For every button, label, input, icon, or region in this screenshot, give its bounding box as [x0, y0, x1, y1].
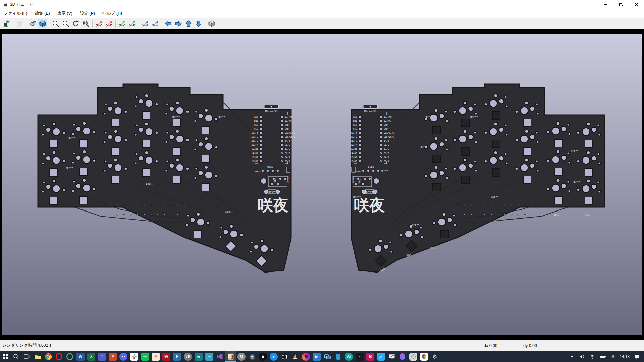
render-time-status: レンダリング時間 4.602 s	[0, 340, 481, 351]
pan-right-button[interactable]	[174, 19, 183, 28]
rotate-z-ccw-button[interactable]: Z	[151, 19, 160, 28]
menu-file[interactable]: ファイル (F)	[0, 9, 31, 18]
minimize-button[interactable]	[598, 0, 613, 9]
reload-board-button[interactable]	[2, 19, 11, 28]
render-options-button[interactable]: ⚙	[28, 19, 37, 28]
taskbar-search-icon[interactable]	[11, 351, 21, 362]
3d-viewport[interactable]: MicroUSBRAWD3/TX0GNDD2/RX1RSTGNDVCCGNDA3…	[0, 29, 644, 340]
redraw-button[interactable]	[71, 19, 80, 28]
taskbar-screen-mirror-icon[interactable]	[322, 351, 333, 362]
svg-text:SDA/D1/2: SDA/D1/2	[384, 132, 394, 134]
svg-text:SCL/D0/3: SCL/D0/3	[384, 136, 394, 138]
taskbar-pen-tool-icon[interactable]	[376, 351, 386, 362]
svg-text:E6/7: E6/7	[285, 152, 290, 155]
taskbar-start-icon[interactable]	[0, 351, 11, 362]
orthographic-toggle-button[interactable]	[207, 19, 216, 28]
taskbar-fusion-360-icon[interactable]: F	[150, 351, 161, 362]
taskbar-f-cad-tool-icon[interactable]: F	[172, 351, 182, 362]
toolbar-separator	[162, 20, 162, 28]
taskbar-inkscape-icon[interactable]	[258, 351, 268, 362]
zoom-fit-button[interactable]	[81, 19, 91, 28]
raytracing-toggle-button[interactable]	[38, 19, 47, 28]
svg-text:15/B1: 15/B1	[251, 148, 258, 150]
svg-text:16/B2: 16/B2	[350, 156, 357, 159]
zoom-out-button[interactable]	[61, 19, 70, 28]
taskbar-word-icon[interactable]: W	[75, 351, 86, 362]
pan-down-button[interactable]	[194, 19, 203, 28]
svg-text:D3/TX0: D3/TX0	[384, 116, 392, 118]
taskbar-excel-icon[interactable]: X	[86, 351, 97, 362]
rotate-z-cw-button[interactable]: Z	[141, 19, 150, 28]
rotate-y-cw-button[interactable]: Y	[127, 19, 137, 28]
taskbar-paint-net-icon[interactable]	[419, 351, 429, 362]
status-bar: レンダリング時間 4.602 s dx 0.00 dy 0.00	[0, 340, 644, 351]
battery-icon[interactable]	[597, 351, 609, 362]
taskbar-settings-icon[interactable]: ⚙	[429, 351, 440, 362]
taskbar-slack-icon[interactable]	[129, 351, 140, 362]
svg-text:10/B6: 10/B6	[350, 160, 357, 163]
taskbar-blender-icon[interactable]	[247, 351, 258, 362]
svg-text:REF**: REF**	[425, 115, 432, 118]
copy-image-button[interactable]	[15, 19, 24, 28]
toolbar-separator	[139, 20, 139, 28]
taskbar-file-explorer-icon[interactable]	[32, 351, 43, 362]
svg-text:Z: Z	[146, 20, 148, 23]
ime-indicator[interactable]: A	[609, 351, 617, 362]
taskbar-vlc-icon[interactable]	[290, 351, 301, 362]
rotate-y-ccw-button[interactable]: Y	[117, 19, 127, 28]
taskbar-task-view-icon[interactable]	[21, 351, 32, 362]
taskbar-solidworks-icon[interactable]: SW2020	[161, 351, 172, 362]
taskbar-kicad-3d-viewer-icon[interactable]	[225, 351, 236, 362]
svg-text:A0/F7: A0/F7	[251, 144, 258, 146]
taskbar-discord-icon[interactable]	[118, 351, 129, 362]
3d-canvas[interactable]: MicroUSBRAWD3/TX0GNDD2/RX1RSTGNDVCCGNDA3…	[2, 34, 642, 335]
maximize-button[interactable]	[613, 0, 629, 9]
svg-text:咲夜: 咲夜	[354, 196, 385, 214]
taskbar-clock[interactable]: 14:18	[617, 351, 632, 362]
taskbar-phone-icon[interactable]	[333, 351, 343, 362]
taskbar-arduino-ide-icon[interactable]: IDE	[204, 351, 215, 362]
pan-left-button[interactable]	[164, 19, 173, 28]
menu-help[interactable]: ヘルプ (H)	[99, 9, 126, 18]
taskbar-arduino-icon[interactable]: ∞	[193, 351, 204, 362]
svg-text:GND: GND	[384, 124, 388, 126]
taskbar-line-icon[interactable]: LINE	[140, 351, 150, 362]
rotate-x-ccw-button[interactable]: X	[94, 19, 104, 28]
menu-view[interactable]: 表示 (V)	[54, 9, 76, 18]
taskbar-display-chart-icon[interactable]	[386, 351, 397, 362]
menu-edit[interactable]: 編集 (E)	[31, 9, 54, 18]
taskbar-music-app-icon[interactable]	[301, 351, 311, 362]
svg-text:A3/F4: A3/F4	[251, 132, 258, 134]
hidden-icons-chevron-icon[interactable]	[567, 351, 577, 362]
taskbar-media-player-icon[interactable]: ▶	[311, 351, 322, 362]
volume-icon[interactable]	[577, 351, 587, 362]
taskbar-visual-studio-icon[interactable]	[215, 351, 225, 362]
svg-text:⚙: ⚙	[432, 353, 437, 360]
menu-preferences[interactable]: 設定 (P)	[76, 9, 99, 18]
taskbar-zen-browser-icon[interactable]	[408, 351, 419, 362]
taskbar-downloader-icon[interactable]	[268, 351, 279, 362]
zoom-in-button[interactable]	[51, 19, 60, 28]
svg-text:VCC: VCC	[254, 128, 258, 130]
svg-text:15/B1: 15/B1	[350, 148, 357, 150]
svg-text:REF**: REF**	[172, 116, 180, 119]
taskbar-media-converter-icon[interactable]: M	[365, 351, 376, 362]
taskbar-gimp-icon[interactable]: G	[236, 351, 247, 362]
taskbar-media-player-classic-icon[interactable]	[279, 351, 290, 362]
taskbar-opera-gx-icon[interactable]	[64, 351, 75, 362]
pan-up-button[interactable]	[184, 19, 193, 28]
taskbar-teams-icon[interactable]: T	[97, 351, 107, 362]
taskbar-vrchat-icon[interactable]: VR	[182, 351, 193, 362]
close-button[interactable]	[629, 0, 644, 9]
taskbar-opera-icon[interactable]	[54, 351, 64, 362]
rotate-x-cw-button[interactable]: X	[104, 19, 114, 28]
taskbar-powerpoint-icon[interactable]: P	[107, 351, 118, 362]
taskbar-chrome-icon[interactable]	[43, 351, 54, 362]
wifi-icon[interactable]	[587, 351, 597, 362]
toolbar-separator	[49, 20, 49, 28]
taskbar-paint-drop-icon[interactable]	[397, 351, 408, 362]
taskbar-ai-brain-icon[interactable]: AI	[343, 351, 354, 362]
action-center-icon[interactable]	[632, 351, 644, 362]
taskbar-terminal-icon[interactable]: >_	[354, 351, 365, 362]
svg-text:GND: GND	[285, 124, 289, 126]
